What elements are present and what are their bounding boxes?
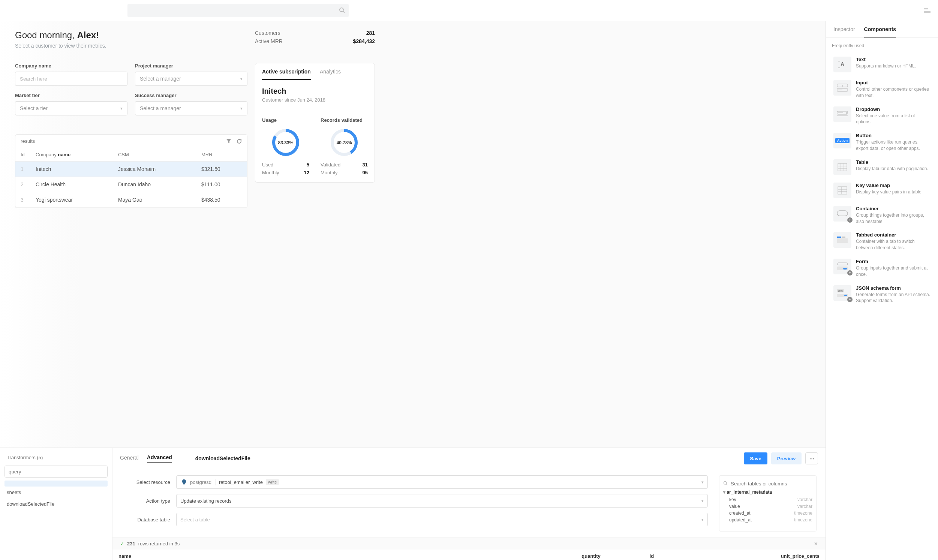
tab-components[interactable]: Components (864, 26, 896, 37)
svg-rect-36 (837, 263, 848, 265)
component-icon: A (833, 57, 851, 72)
query-name: downloadSelectedFile (195, 455, 251, 462)
action-type-select[interactable]: Update existing records▾ (176, 494, 708, 508)
component-input[interactable]: IInputControl other components or querie… (832, 76, 932, 103)
results-table: results Id Company name CSM MRR (15, 134, 248, 208)
component-description: Group inputs together and submit at once… (856, 265, 930, 278)
stat-value: 281 (366, 30, 375, 36)
project-manager-label: Project manager (135, 63, 248, 69)
svg-rect-28 (838, 187, 847, 194)
svg-text:I: I (842, 84, 843, 87)
schema-search-input[interactable] (723, 479, 812, 488)
menu-icon[interactable] (924, 8, 930, 13)
schema-column[interactable]: valuevarchar (723, 503, 812, 510)
rcol-name[interactable]: name (112, 549, 505, 560)
frequently-used-label: Frequently used (832, 43, 932, 48)
component-dropdown[interactable]: ▾DropdownSelect one value from a list of… (832, 103, 932, 129)
close-icon[interactable]: ✕ (814, 541, 818, 546)
component-name: Form (856, 258, 930, 264)
greeting-subtitle: Select a customer to view their metrics. (15, 43, 248, 49)
table-row[interactable]: 1InitechJessica Mohaim$321.50 (15, 162, 247, 177)
col-id[interactable]: Id (15, 148, 30, 162)
write-badge: write (266, 479, 279, 485)
component-container[interactable]: +ContainerGroup things together into gro… (832, 202, 932, 229)
tab-general[interactable]: General (120, 455, 139, 462)
component-json-schema-form[interactable]: JSON+JSON schema formGenerate forms from… (832, 282, 932, 308)
query-search-input[interactable] (5, 466, 108, 477)
component-name: Tabbed container (856, 232, 930, 238)
schema-column[interactable]: created_attimezone (723, 510, 812, 517)
query-panel: Transformers (5) sheetsdownloadSelectedF… (0, 448, 826, 560)
query-list-item[interactable]: downloadSelectedFile (5, 498, 108, 510)
col-mrr[interactable]: MRR (196, 148, 247, 162)
col-csm[interactable]: CSM (113, 148, 196, 162)
svg-text:JSON: JSON (838, 290, 843, 292)
chevron-down-icon: ▾ (240, 106, 243, 111)
status-bar: ✓ 231 rows returned in 3s ✕ (112, 537, 826, 549)
save-button[interactable]: Save (744, 452, 767, 465)
action-type-label: Action type (121, 498, 170, 504)
tab-active-subscription[interactable]: Active subscription (262, 69, 311, 80)
component-form[interactable]: +FormGroup inputs together and submit at… (832, 255, 932, 282)
chevron-down-icon: ▾ (701, 517, 704, 522)
tab-advanced[interactable]: Advanced (147, 454, 172, 463)
query-list-item[interactable] (5, 510, 108, 516)
resource-select[interactable]: postgresql retool_emailer_write write ▾ (176, 475, 708, 489)
svg-point-0 (340, 8, 343, 12)
project-manager-select[interactable]: Select a manager▾ (135, 72, 248, 86)
component-description: Generate forms from an API schema. Suppo… (856, 292, 930, 305)
component-table[interactable]: TableDisplay tabular data with paginatio… (832, 155, 932, 179)
detail-panel: Active subscription Analytics Initech Cu… (255, 63, 375, 183)
svg-line-1 (343, 11, 344, 13)
refresh-icon[interactable] (237, 139, 242, 144)
table-row[interactable]: 2Circle HealthDuncan Idaho$111.00 (15, 177, 247, 192)
stat-label: Customers (255, 30, 280, 36)
component-icon: + (833, 206, 851, 222)
component-description: Container with a tab to switch between d… (856, 238, 930, 251)
component-tabbed-container[interactable]: Tabbed containerContainer with a tab to … (832, 228, 932, 255)
svg-text:83.33%: 83.33% (278, 140, 294, 145)
table-row[interactable]: 3Yogi sportswearMaya Gao$438.50 (15, 192, 247, 208)
canvas: Good morning, Alex! Select a customer to… (0, 21, 826, 448)
chevron-down-icon: ▾ (701, 498, 704, 503)
schema-column[interactable]: keyvarchar (723, 496, 812, 503)
more-button[interactable]: ⋯ (805, 452, 818, 465)
success-manager-select[interactable]: Select a manager▾ (135, 101, 248, 115)
global-search-input[interactable] (128, 4, 349, 17)
tab-analytics[interactable]: Analytics (320, 69, 341, 80)
svg-rect-42 (844, 295, 847, 296)
usage-ring: 83.33% (271, 128, 301, 157)
transformers-label: Transformers (5) (7, 455, 43, 460)
chevron-down-icon: ▾ (120, 106, 123, 111)
component-icon: ▾ (833, 106, 851, 122)
component-text[interactable]: ATextSupports markdown or HTML. (832, 53, 932, 76)
schema-column[interactable]: updated_attimezone (723, 517, 812, 523)
rcol-id[interactable]: id (607, 549, 660, 560)
topbar (0, 0, 938, 21)
rcol-price[interactable]: unit_price_cents (660, 549, 826, 560)
preview-button[interactable]: Preview (771, 452, 801, 465)
svg-rect-12 (838, 61, 840, 62)
query-list-item[interactable] (5, 480, 108, 486)
component-key-value-map[interactable]: Key value mapDisplay key value pairs in … (832, 179, 932, 202)
rcol-quantity[interactable]: quantity (505, 549, 607, 560)
query-list-item[interactable]: sheets (5, 486, 108, 498)
tab-inspector[interactable]: Inspector (833, 26, 855, 37)
svg-text:40.78%: 40.78% (337, 140, 352, 145)
greeting-title: Good morning, Alex! (15, 30, 248, 40)
stat-label: Active MRR (255, 38, 283, 44)
detail-title: Initech (262, 87, 368, 95)
success-icon: ✓ (120, 541, 124, 546)
company-name-input[interactable] (15, 72, 128, 86)
svg-rect-38 (843, 268, 847, 269)
global-search[interactable] (128, 4, 349, 17)
component-name: Button (856, 133, 930, 138)
svg-line-11 (726, 484, 727, 485)
filter-icon[interactable] (226, 139, 231, 144)
component-button[interactable]: ActionButtonTrigger actions like run que… (832, 129, 932, 155)
col-company[interactable]: Company name (30, 148, 113, 162)
database-table-select[interactable]: Select a table▾ (176, 513, 708, 526)
schema-table-header[interactable]: ▾ ar_internal_metadata (723, 488, 812, 496)
database-table-label: Database table (121, 517, 170, 523)
market-tier-select[interactable]: Select a tier▾ (15, 101, 128, 115)
